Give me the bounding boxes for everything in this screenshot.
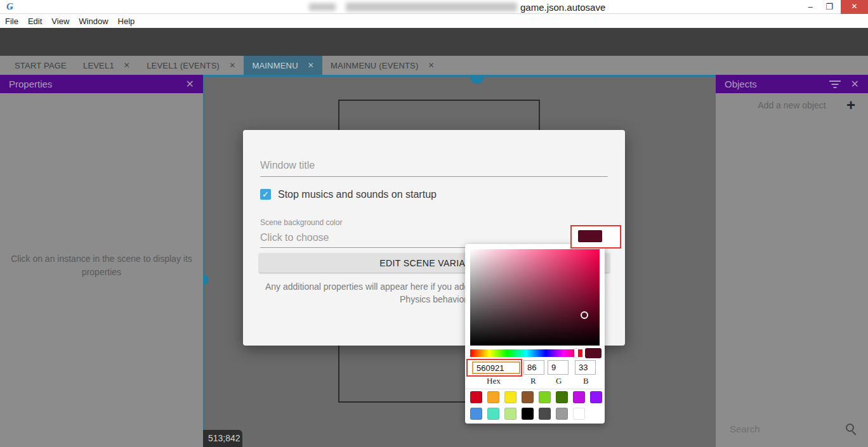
picker-divider: [465, 389, 605, 389]
properties-panel: Properties ✕ Click on an instance in the…: [0, 75, 203, 447]
menu-help[interactable]: Help: [118, 16, 135, 26]
hue-slider-handle[interactable]: [574, 349, 578, 358]
preset-color-swatch[interactable]: [573, 408, 585, 420]
preset-color-swatch[interactable]: [487, 408, 499, 420]
scene-resize-handle-top[interactable]: [470, 77, 484, 84]
saturation-marker[interactable]: [581, 311, 588, 319]
preset-color-swatch[interactable]: [539, 408, 551, 420]
tab-label: START PAGE: [15, 61, 67, 70]
objects-search-row: [716, 417, 868, 447]
tab-start-page[interactable]: START PAGE: [6, 56, 75, 75]
objects-panel-header: Objects ✕: [716, 75, 868, 93]
close-button[interactable]: ✕: [841, 0, 868, 14]
tab-label: LEVEL1: [83, 61, 114, 70]
tab-close-icon[interactable]: ✕: [124, 61, 130, 70]
preset-color-swatch[interactable]: [573, 391, 585, 403]
preset-color-swatch[interactable]: [504, 408, 516, 420]
add-object-label: Add a new object: [716, 100, 868, 110]
tab-level1[interactable]: LEVEL1✕: [75, 56, 138, 75]
preset-color-swatch[interactable]: [487, 391, 499, 403]
menu-window[interactable]: Window: [79, 16, 108, 26]
color-swatch-annotation: [570, 225, 621, 249]
tab-label: MAINMENU (EVENTS): [331, 61, 418, 70]
background-color-label: Scene background color: [260, 218, 342, 227]
red-input[interactable]: [523, 360, 544, 375]
blue-label: B: [583, 376, 589, 386]
window-title-field[interactable]: Window title: [260, 160, 315, 171]
filter-icon[interactable]: [829, 81, 841, 88]
tab-label: LEVEL1 (EVENTS): [147, 61, 220, 70]
menu-file[interactable]: File: [5, 16, 18, 26]
field-underline: [260, 176, 608, 177]
scene-selection-left-edge: [203, 75, 204, 447]
tab-bar: START PAGE LEVEL1✕ LEVEL1 (EVENTS)✕ MAIN…: [0, 56, 868, 75]
tab-mainmenu[interactable]: MAINMENU✕: [244, 56, 322, 75]
stop-sounds-checkbox[interactable]: ✓: [260, 189, 271, 200]
hex-field-annotation: [466, 359, 522, 377]
menu-view[interactable]: View: [51, 16, 69, 26]
preset-color-swatch[interactable]: [470, 391, 482, 403]
tab-close-icon[interactable]: ✕: [308, 61, 314, 70]
objects-panel: Objects ✕ Add a new object +: [716, 75, 868, 447]
gdevelop-logo-icon: Ǥ: [6, 1, 18, 13]
restore-button[interactable]: ❐: [820, 0, 839, 14]
blue-input[interactable]: [575, 360, 596, 375]
preset-color-swatch[interactable]: [504, 391, 516, 403]
add-object-row[interactable]: Add a new object +: [716, 96, 868, 115]
scene-color-swatch[interactable]: [578, 230, 602, 242]
scene-selection-top-edge: [203, 75, 716, 77]
redacted-file-path: [346, 3, 517, 11]
minimize-button[interactable]: –: [801, 0, 820, 14]
tab-close-icon[interactable]: ✕: [229, 61, 235, 70]
color-picker-popup: Hex R G B: [465, 244, 605, 424]
plus-icon[interactable]: +: [846, 96, 855, 114]
saturation-area[interactable]: [470, 249, 600, 346]
menu-edit[interactable]: Edit: [28, 16, 42, 26]
cursor-coordinates-badge: 513;842: [203, 430, 242, 447]
title-bar: Ǥ game.json.autosave – ❐ ✕: [0, 0, 868, 14]
search-icon: [846, 424, 854, 432]
objects-panel-title: Objects: [725, 79, 757, 89]
stop-sounds-label: Stop musics and sounds on startup: [278, 189, 437, 200]
tab-label: MAINMENU: [252, 61, 298, 70]
preset-color-swatch[interactable]: [539, 391, 551, 403]
properties-panel-header: Properties ✕: [0, 75, 203, 93]
close-icon[interactable]: ✕: [851, 78, 859, 90]
preset-color-swatch[interactable]: [590, 391, 602, 403]
close-icon[interactable]: ✕: [186, 78, 194, 90]
preset-color-swatch[interactable]: [522, 408, 534, 420]
search-input[interactable]: [730, 424, 838, 434]
properties-empty-message: Click on an instance in the scene to dis…: [6, 252, 197, 279]
green-label: G: [556, 376, 562, 386]
hue-slider[interactable]: [470, 349, 582, 357]
tab-level1-events[interactable]: LEVEL1 (EVENTS)✕: [138, 56, 244, 75]
preset-color-swatch[interactable]: [556, 408, 568, 420]
red-label: R: [530, 376, 536, 386]
preset-color-swatch[interactable]: [556, 391, 568, 403]
hex-label: Hex: [487, 376, 501, 386]
redacted-window-text: [309, 3, 336, 11]
preset-color-swatch[interactable]: [470, 408, 482, 420]
hex-input[interactable]: [472, 361, 520, 374]
tab-mainmenu-events[interactable]: MAINMENU (EVENTS)✕: [322, 56, 443, 75]
toolbar: 1:1: [0, 28, 868, 56]
tab-close-icon[interactable]: ✕: [428, 61, 435, 70]
preset-color-swatch[interactable]: [522, 391, 534, 403]
properties-panel-title: Properties: [9, 79, 52, 89]
current-color-preview: [585, 348, 602, 358]
menu-bar: File Edit View Window Help: [0, 14, 868, 28]
green-input[interactable]: [548, 360, 569, 375]
background-color-field[interactable]: Click to choose: [260, 232, 329, 243]
window-title: game.json.autosave: [520, 2, 605, 13]
